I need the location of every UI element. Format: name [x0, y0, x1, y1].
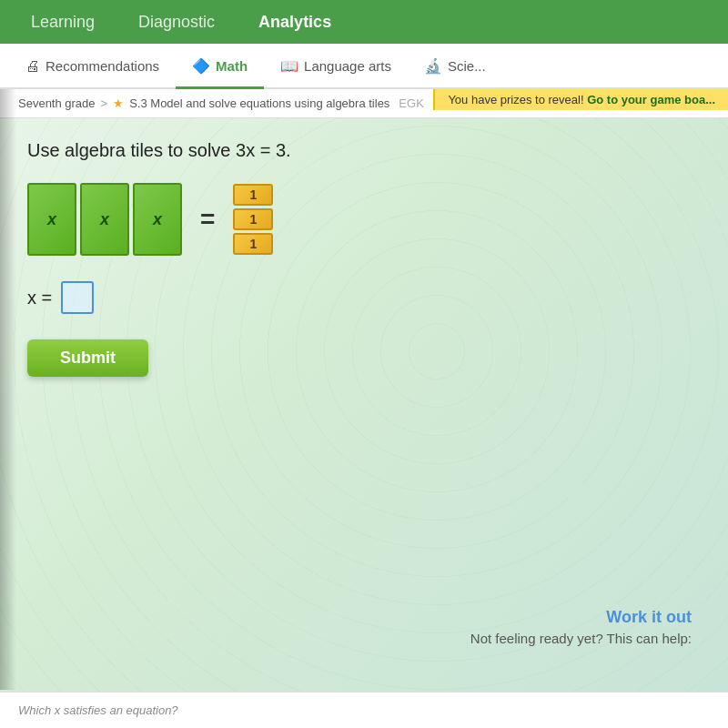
top-nav: Learning Diagnostic Analytics	[0, 0, 728, 44]
x-tile-1: x	[27, 183, 76, 256]
language-arts-icon: 📖	[280, 57, 298, 75]
one-tiles-group: 1 1 1	[233, 184, 273, 255]
left-shadow	[0, 89, 16, 690]
one-tile-1: 1	[233, 184, 273, 206]
algebra-tiles: x x x = 1 1 1	[27, 183, 701, 256]
x-tile-3: x	[133, 183, 182, 256]
math-icon: 🔷	[192, 57, 210, 75]
breadcrumb-skill: S.3 Model and solve equations using alge…	[129, 96, 389, 110]
submit-button[interactable]: Submit	[27, 339, 148, 377]
recommendations-icon: 🖨	[25, 58, 40, 75]
problem-instruction: Use algebra tiles to solve 3x = 3.	[27, 140, 701, 161]
tab-science[interactable]: 🔬 Scie...	[408, 46, 502, 89]
breadcrumb-code: EGK	[399, 96, 423, 110]
nav-item-learning[interactable]: Learning	[27, 5, 98, 39]
prize-banner: You have prizes to reveal! Go to your ga…	[433, 89, 728, 110]
one-tile-2: 1	[233, 208, 273, 230]
answer-input[interactable]	[61, 281, 94, 314]
bottom-bar: Which x satisfies an equation?	[0, 692, 728, 728]
x-tile-2: x	[80, 183, 129, 256]
work-it-out-description: Not feeling ready yet? This can help:	[470, 631, 692, 646]
hint-text: Which x satisfies an equation?	[18, 703, 178, 717]
breadcrumb-grade: Seventh grade	[18, 96, 96, 110]
tab-math[interactable]: 🔷 Math	[176, 46, 264, 89]
content-area: Use algebra tiles to solve 3x = 3. x x x…	[0, 118, 728, 701]
breadcrumb-separator: >	[101, 96, 108, 110]
answer-row: x =	[27, 281, 701, 314]
science-icon: 🔬	[424, 57, 442, 75]
one-tile-3: 1	[233, 233, 273, 255]
x-tiles-group: x x x	[27, 183, 182, 256]
equals-sign: =	[200, 205, 215, 234]
nav-item-analytics[interactable]: Analytics	[255, 5, 335, 39]
tab-recommendations[interactable]: 🖨 Recommendations	[9, 46, 176, 89]
tab-bar: 🖨 Recommendations 🔷 Math 📖 Language arts…	[0, 44, 728, 89]
prize-text: You have prizes to reveal!	[448, 93, 583, 106]
work-it-out-title: Work it out	[470, 608, 692, 627]
nav-item-diagnostic[interactable]: Diagnostic	[135, 5, 218, 39]
work-it-out-section: Work it out Not feeling ready yet? This …	[470, 608, 692, 646]
prize-link[interactable]: Go to your game boa...	[587, 93, 715, 106]
tab-language-arts[interactable]: 📖 Language arts	[264, 46, 408, 89]
breadcrumb-star: ★	[113, 96, 124, 110]
answer-label: x =	[27, 288, 52, 308]
